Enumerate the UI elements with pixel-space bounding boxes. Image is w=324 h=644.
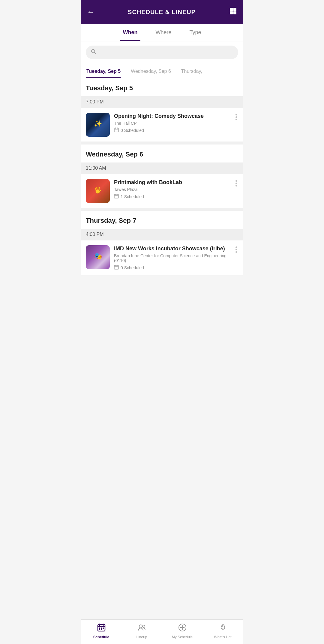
calendar-icon <box>114 127 119 133</box>
day-header-wednesday: Wednesday, Sep 6 <box>81 145 243 162</box>
time-row-400pm: 4:00 PM <box>81 229 243 240</box>
svg-rect-0 <box>230 8 233 11</box>
event-title-comedy: Opening Night: Comedy Showcase <box>114 113 230 120</box>
day-tab-tue[interactable]: Tuesday, Sep 5 <box>86 66 121 78</box>
calendar-nav-icon <box>97 623 106 634</box>
dot <box>236 180 237 182</box>
scheduled-count-printmaking: 1 Scheduled <box>121 194 144 199</box>
event-title-imd: IMD New Works Incubator Showcase (Iribe) <box>114 245 230 252</box>
event-location-imd: Brendan Iribe Center for Computer Scienc… <box>114 253 230 263</box>
nav-lineup[interactable]: Lineup <box>122 622 162 640</box>
dot <box>236 183 237 184</box>
search-container <box>81 41 243 63</box>
nav-lineup-label: Lineup <box>136 635 147 639</box>
nav-schedule[interactable]: Schedule <box>81 622 122 640</box>
header: ← SCHEDULE & LINEUP <box>81 0 243 24</box>
event-scheduled-printmaking: 1 Scheduled <box>114 194 230 199</box>
calendar-icon <box>114 265 119 270</box>
day-header-tuesday: Tuesday, Sep 5 <box>81 78 243 96</box>
svg-rect-10 <box>114 194 118 198</box>
schedule-content: Tuesday, Sep 5 7:00 PM Opening Night: Co… <box>81 78 243 275</box>
tab-when[interactable]: When <box>120 24 140 41</box>
day-header-thursday: Thursday, Sep 7 <box>81 211 243 229</box>
event-title-printmaking: Printmaking with BookLab <box>114 179 230 186</box>
event-item-comedy[interactable]: Opening Night: Comedy Showcase The Hall … <box>81 108 243 142</box>
search-bar <box>86 46 238 59</box>
scheduled-count-imd: 0 Scheduled <box>121 265 144 270</box>
svg-rect-2 <box>230 11 233 14</box>
nav-whats-hot[interactable]: What's Hot <box>202 622 243 640</box>
svg-rect-22 <box>99 628 100 629</box>
dot <box>236 251 237 253</box>
svg-rect-3 <box>233 11 236 14</box>
day-tab-thu[interactable]: Thursday, <box>181 66 203 78</box>
tab-type[interactable]: Type <box>186 24 204 41</box>
event-info-comedy: Opening Night: Comedy Showcase The Hall … <box>114 113 230 133</box>
dot <box>236 119 237 120</box>
event-scheduled-imd: 0 Scheduled <box>114 265 230 270</box>
nav-my-schedule[interactable]: My Schedule <box>162 622 202 640</box>
flame-nav-icon <box>219 623 227 634</box>
search-icon <box>91 49 97 56</box>
section-divider <box>81 142 243 145</box>
event-thumbnail-imd <box>86 245 110 269</box>
filter-tabs: When Where Type <box>81 24 243 41</box>
event-more-comedy[interactable] <box>234 113 238 121</box>
search-input[interactable] <box>100 50 233 55</box>
day-tab-wed[interactable]: Wednesday, Sep 6 <box>130 66 172 78</box>
section-divider <box>81 208 243 211</box>
svg-rect-23 <box>101 628 102 629</box>
svg-rect-26 <box>101 629 102 630</box>
event-location-printmaking: Tawes Plaza <box>114 187 230 192</box>
dot <box>236 114 237 115</box>
event-more-printmaking[interactable] <box>234 179 238 188</box>
event-info-printmaking: Printmaking with BookLab Tawes Plaza 1 S… <box>114 179 230 199</box>
nav-my-schedule-label: My Schedule <box>172 635 193 639</box>
dot <box>236 185 237 186</box>
event-info-imd: IMD New Works Incubator Showcase (Iribe)… <box>114 245 230 270</box>
plus-nav-icon <box>178 623 187 634</box>
svg-rect-1 <box>233 8 236 11</box>
time-row-700pm: 7:00 PM <box>81 96 243 108</box>
svg-rect-6 <box>114 128 118 132</box>
event-item-printmaking[interactable]: Printmaking with BookLab Tawes Plaza 1 S… <box>81 174 243 208</box>
bottom-nav: Schedule Lineup My Schedule <box>81 619 243 644</box>
nav-schedule-label: Schedule <box>93 635 109 639</box>
dot <box>236 246 237 248</box>
svg-line-5 <box>94 52 96 54</box>
grid-view-button[interactable] <box>229 7 237 17</box>
tab-where[interactable]: Where <box>152 24 174 41</box>
dot <box>236 116 237 118</box>
dot <box>236 249 237 250</box>
event-scheduled-comedy: 0 Scheduled <box>114 127 230 133</box>
svg-point-27 <box>139 625 142 628</box>
lineup-nav-icon <box>138 623 146 634</box>
header-title: SCHEDULE & LINEUP <box>128 9 196 16</box>
back-button[interactable]: ← <box>87 8 94 16</box>
time-row-1100am: 11:00 AM <box>81 162 243 174</box>
svg-rect-24 <box>103 628 104 629</box>
nav-whats-hot-label: What's Hot <box>214 635 231 639</box>
svg-rect-25 <box>99 629 100 630</box>
day-tabs: Tuesday, Sep 5 Wednesday, Sep 6 Thursday… <box>81 63 243 78</box>
svg-point-28 <box>142 625 145 628</box>
event-thumbnail-printmaking <box>86 179 110 203</box>
svg-rect-14 <box>114 265 118 269</box>
event-item-imd[interactable]: IMD New Works Incubator Showcase (Iribe)… <box>81 240 243 275</box>
event-more-imd[interactable] <box>234 245 238 254</box>
event-thumbnail-comedy <box>86 113 110 137</box>
event-location-comedy: The Hall CP <box>114 121 230 126</box>
scheduled-count-comedy: 0 Scheduled <box>121 128 144 133</box>
calendar-icon <box>114 194 119 199</box>
